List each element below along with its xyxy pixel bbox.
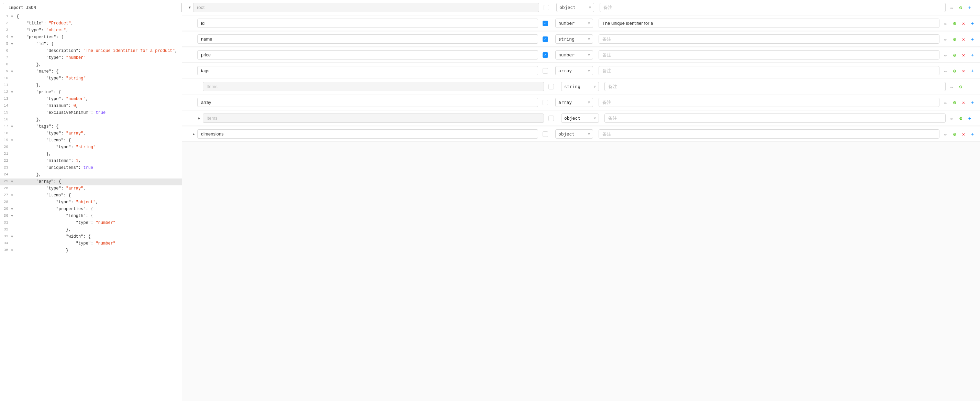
type-select-dimensions[interactable]: object∨ [555, 129, 593, 139]
delete-button[interactable]: ✕ [960, 51, 967, 59]
type-select-array[interactable]: array∨ [555, 97, 593, 107]
field-name-input-dimensions[interactable] [197, 129, 538, 139]
code-area[interactable]: 1▼{2 "title": "Product",3 "type": "objec… [0, 12, 182, 401]
row-actions-id: ✏⚙✕+ [942, 20, 976, 27]
add-button[interactable]: + [969, 131, 976, 137]
line-fold-arrow[interactable]: ▼ [11, 123, 16, 129]
line-fold-arrow[interactable]: ▼ [11, 179, 16, 185]
comment-input-array-items[interactable] [605, 113, 946, 123]
comment-input-price[interactable] [598, 50, 939, 59]
field-name-input-name[interactable] [197, 34, 538, 44]
line-content: } [16, 247, 182, 254]
checkbox-unchecked[interactable] [542, 131, 548, 137]
delete-button[interactable]: ✕ [960, 20, 967, 27]
field-name-input-tags-items[interactable] [203, 82, 544, 91]
settings-button[interactable]: ⚙ [957, 83, 964, 90]
line-fold-arrow[interactable]: ▼ [11, 89, 16, 95]
settings-button[interactable]: ⚙ [957, 4, 964, 11]
edit-button[interactable]: ✏ [948, 115, 955, 122]
edit-button[interactable]: ✏ [942, 67, 949, 74]
add-button[interactable]: + [969, 67, 976, 74]
checkbox-unchecked[interactable] [542, 68, 548, 73]
required-checkbox-id[interactable] [540, 21, 550, 26]
add-button[interactable]: + [969, 99, 976, 106]
field-name-input-tags[interactable] [197, 66, 538, 75]
settings-button[interactable]: ⚙ [951, 67, 958, 74]
edit-button[interactable]: ✏ [948, 83, 955, 90]
delete-button[interactable]: ✕ [960, 67, 967, 74]
settings-button[interactable]: ⚙ [951, 131, 958, 137]
line-fold-arrow[interactable]: ▼ [11, 34, 16, 40]
field-name-input-root[interactable] [193, 3, 539, 12]
checkbox-unchecked[interactable] [544, 5, 549, 10]
add-button[interactable]: + [969, 36, 976, 43]
add-button[interactable]: + [969, 51, 976, 59]
required-checkbox-array[interactable] [540, 100, 550, 105]
expand-chevron-icon[interactable]: ▶ [196, 116, 203, 120]
required-checkbox-root[interactable] [541, 5, 552, 10]
line-fold-arrow[interactable]: ▼ [11, 137, 16, 144]
type-select-tags-items[interactable]: string∨ [561, 82, 599, 91]
settings-button[interactable]: ⚙ [951, 51, 958, 59]
line-fold-arrow[interactable]: ▼ [11, 206, 16, 212]
delete-button[interactable]: ✕ [960, 99, 967, 106]
comment-input-dimensions[interactable] [598, 129, 939, 139]
comment-input-tags-items[interactable] [605, 82, 946, 91]
edit-button[interactable]: ✏ [942, 36, 949, 43]
edit-button[interactable]: ✏ [942, 131, 949, 137]
expand-chevron-icon[interactable]: ▼ [186, 5, 193, 9]
checkbox-checked[interactable] [542, 21, 548, 26]
line-fold-arrow[interactable]: ▼ [11, 247, 16, 254]
line-fold-arrow[interactable]: ▼ [11, 13, 16, 19]
checkbox-checked[interactable] [542, 52, 548, 58]
add-button[interactable]: + [966, 115, 973, 122]
type-select-array-items[interactable]: object∨ [561, 113, 599, 123]
required-checkbox-price[interactable] [540, 52, 550, 58]
line-fold-arrow[interactable]: ▼ [11, 41, 16, 47]
settings-button[interactable]: ⚙ [951, 20, 958, 27]
edit-button[interactable]: ✏ [948, 4, 955, 11]
line-fold-arrow[interactable]: ▼ [11, 69, 16, 75]
delete-button[interactable]: ✕ [960, 131, 967, 137]
field-name-input-array-items[interactable] [203, 113, 544, 123]
comment-input-id[interactable] [598, 19, 939, 28]
field-name-input-id[interactable] [197, 19, 538, 28]
comment-input-array[interactable] [598, 97, 939, 107]
required-checkbox-dimensions[interactable] [540, 131, 550, 137]
line-fold-arrow[interactable]: ▼ [11, 192, 16, 198]
code-line-31: 31 "type": "number" [0, 220, 182, 227]
type-select-id[interactable]: number∨ [555, 19, 593, 28]
settings-button[interactable]: ⚙ [951, 36, 958, 43]
settings-button[interactable]: ⚙ [957, 115, 964, 122]
type-select-tags[interactable]: array∨ [555, 66, 593, 75]
comment-input-tags[interactable] [598, 66, 939, 75]
chevron-down-icon: ∨ [594, 85, 596, 88]
checkbox-unchecked[interactable] [542, 100, 548, 105]
schema-row-tags: array∨✏⚙✕+ [182, 63, 980, 78]
comment-input-name[interactable] [598, 34, 939, 44]
edit-button[interactable]: ✏ [942, 20, 949, 27]
edit-button[interactable]: ✏ [942, 99, 949, 106]
type-select-price[interactable]: number∨ [555, 50, 593, 59]
checkbox-unchecked[interactable] [549, 84, 554, 89]
line-fold-arrow[interactable]: ▼ [11, 233, 16, 240]
add-button[interactable]: + [969, 20, 976, 27]
required-checkbox-array-items[interactable] [546, 115, 556, 121]
field-name-input-array[interactable] [197, 97, 538, 107]
expand-chevron-icon[interactable]: ▶ [190, 132, 197, 136]
delete-button[interactable]: ✕ [960, 36, 967, 43]
required-checkbox-tags[interactable] [540, 68, 550, 73]
required-checkbox-name[interactable] [540, 37, 550, 42]
checkbox-checked[interactable] [542, 37, 548, 42]
edit-button[interactable]: ✏ [942, 51, 949, 59]
editor-tab[interactable]: Import JSON [3, 3, 182, 12]
required-checkbox-tags-items[interactable] [546, 84, 556, 89]
line-fold-arrow[interactable]: ▼ [11, 213, 16, 219]
type-select-root[interactable]: object∨ [556, 3, 594, 12]
type-select-name[interactable]: string∨ [555, 34, 593, 44]
field-name-input-price[interactable] [197, 50, 538, 59]
add-button[interactable]: + [966, 4, 973, 11]
settings-button[interactable]: ⚙ [951, 99, 958, 106]
checkbox-unchecked[interactable] [549, 115, 554, 121]
comment-input-root[interactable] [600, 3, 946, 12]
